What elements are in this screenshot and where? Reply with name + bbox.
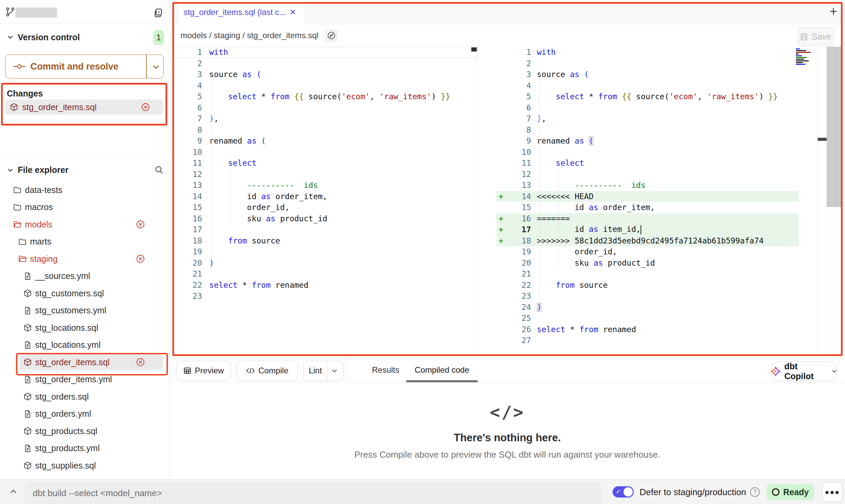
- file-item-stg-orders-sql[interactable]: stg_orders.sql: [0, 389, 170, 404]
- editor-pane-original[interactable]: 1with23source as (45 select * from {{ so…: [172, 47, 477, 302]
- lint-button[interactable]: Lint: [303, 361, 344, 381]
- code-line[interactable]: 15 id as order_item,: [497, 202, 827, 213]
- file-item-models[interactable]: models: [0, 217, 170, 232]
- code-line[interactable]: 15 order_id,: [172, 202, 477, 213]
- code-line[interactable]: 7),: [172, 113, 477, 124]
- code-line[interactable]: 17: [172, 224, 477, 235]
- code-line[interactable]: 21: [172, 268, 477, 280]
- code-line[interactable]: 8: [172, 124, 477, 136]
- file-item-stg-supplies-sql[interactable]: stg_supplies.sql: [0, 458, 170, 473]
- tab-compiled-code[interactable]: Compiled code: [411, 357, 473, 382]
- code-line[interactable]: +16=======: [497, 213, 827, 224]
- ellipsis-icon[interactable]: ●●●: [822, 482, 842, 502]
- preview-button[interactable]: Preview: [176, 361, 231, 381]
- code-line[interactable]: 5 select * from {{ source('ecom', 'raw_i…: [497, 91, 827, 102]
- code-line[interactable]: 26select * from renamed: [497, 324, 827, 335]
- editor-scrollbar[interactable]: [827, 47, 842, 207]
- code-line[interactable]: +14<<<<<<< HEAD: [497, 191, 827, 202]
- code-line[interactable]: 13 ---------- ids: [172, 180, 477, 191]
- code-line[interactable]: 2: [172, 58, 477, 69]
- code-line[interactable]: 3source as (: [172, 69, 477, 80]
- chevron-down-icon[interactable]: [7, 34, 14, 41]
- code-line[interactable]: 11 select: [497, 158, 827, 169]
- code-line[interactable]: 11 select: [172, 158, 477, 169]
- file-item-data-tests[interactable]: data-tests: [0, 182, 170, 198]
- copy-icon[interactable]: [153, 8, 164, 18]
- chevron-down-icon[interactable]: [152, 64, 160, 70]
- file-item-stg-locations-yml[interactable]: stg_locations.yml: [0, 337, 170, 353]
- tab-results[interactable]: Results: [369, 357, 402, 382]
- code-line[interactable]: 23: [172, 291, 477, 302]
- chevron-up-icon[interactable]: [9, 487, 18, 496]
- code-line[interactable]: 22select * from renamed: [172, 280, 477, 291]
- code-line[interactable]: 12: [172, 169, 477, 180]
- save-button[interactable]: Save: [798, 27, 833, 46]
- code-line[interactable]: 13 ---------- ids: [497, 180, 827, 191]
- minimap[interactable]: [796, 48, 814, 69]
- file-item-macros[interactable]: macros: [0, 199, 170, 215]
- code-line[interactable]: 14 id as order_item,: [172, 191, 477, 202]
- code-line[interactable]: 6: [497, 102, 827, 114]
- code-line[interactable]: +17 id as item_id,: [497, 224, 827, 235]
- code-line[interactable]: 4: [497, 80, 827, 91]
- magnifier-icon[interactable]: [154, 165, 164, 175]
- open-in-lineage-button[interactable]: [325, 29, 338, 42]
- changed-file-item[interactable]: stg_order_items.sql: [5, 100, 163, 115]
- code-line[interactable]: 6: [172, 102, 477, 114]
- file-item-stg-order-items-yml[interactable]: stg_order_items.yml: [0, 372, 170, 387]
- file-item--sources-yml[interactable]: __sources.yml: [0, 268, 170, 284]
- code-line[interactable]: 25: [497, 313, 827, 324]
- code-line[interactable]: 21: [497, 268, 827, 280]
- code-line[interactable]: 8: [497, 124, 827, 136]
- file-item-stg-products-yml[interactable]: stg_products.yml: [0, 441, 170, 456]
- code-line[interactable]: 20 sku as product_id: [497, 257, 827, 269]
- close-icon[interactable]: ✕: [289, 8, 296, 17]
- editor-pane-modified[interactable]: 1with23source as (45 select * from {{ so…: [497, 47, 827, 346]
- code-line[interactable]: 10: [172, 147, 477, 158]
- compile-button[interactable]: Compile: [237, 361, 298, 381]
- file-item-stg-orders-yml[interactable]: stg_orders.yml: [0, 406, 170, 422]
- code-line[interactable]: 20): [172, 257, 477, 269]
- circle-x-icon[interactable]: [136, 358, 145, 367]
- code-line[interactable]: 23: [497, 291, 827, 302]
- status-badge[interactable]: Ready: [767, 484, 814, 500]
- circle-x-icon[interactable]: [141, 103, 150, 112]
- file-item-staging[interactable]: staging: [0, 251, 170, 267]
- code-line[interactable]: 16 sku as product_id: [172, 213, 477, 224]
- code-line[interactable]: +18>>>>>>> 58c1dd23d5eebd9cd2495fa7124ab…: [497, 235, 827, 247]
- code-line[interactable]: 3source as (: [497, 69, 827, 80]
- code-line[interactable]: 27: [497, 335, 827, 346]
- code-line[interactable]: 24): [497, 302, 827, 313]
- file-item-stg-products-sql[interactable]: stg_products.sql: [0, 423, 170, 439]
- code-line[interactable]: 9renamed as (: [172, 135, 477, 147]
- code-line[interactable]: 2: [497, 58, 827, 69]
- chevron-down-icon[interactable]: [7, 167, 14, 174]
- code-line[interactable]: 22 from source: [497, 280, 827, 291]
- chevron-down-icon[interactable]: [331, 369, 338, 373]
- code-line[interactable]: 10: [497, 147, 827, 158]
- tab-stg-order-items[interactable]: stg_order_items.sql (last c... ✕: [178, 0, 306, 24]
- circle-x-icon[interactable]: [136, 254, 145, 264]
- code-line[interactable]: 12: [497, 169, 827, 180]
- file-item-marts[interactable]: marts: [0, 234, 170, 250]
- file-item-stg-customers-sql[interactable]: stg_customers.sql: [0, 285, 170, 301]
- code-line[interactable]: 18 from source: [172, 235, 477, 247]
- file-item-stg-order-items-sql[interactable]: stg_order_items.sql: [0, 354, 170, 370]
- defer-toggle[interactable]: ✓: [613, 486, 634, 498]
- code-line[interactable]: 4: [172, 80, 477, 91]
- git-branch-icon[interactable]: [5, 7, 15, 17]
- dbt-copilot-button[interactable]: dbt Copilot: [770, 361, 837, 381]
- code-line[interactable]: 7),: [497, 113, 827, 124]
- code-line[interactable]: 5 select * from {{ source('ecom', 'raw_i…: [172, 91, 477, 102]
- circle-x-icon[interactable]: [136, 220, 145, 229]
- command-input[interactable]: dbt build --select <model_name>: [25, 482, 601, 504]
- code-line[interactable]: 1with: [497, 47, 827, 58]
- code-line[interactable]: 19 order_id,: [497, 246, 827, 257]
- commit-and-resolve-button[interactable]: Commit and resolve: [5, 55, 164, 78]
- code-line[interactable]: 9renamed as (: [497, 135, 827, 147]
- file-item-stg-customers-yml[interactable]: stg_customers.yml: [0, 303, 170, 318]
- code-line[interactable]: 1with: [172, 47, 477, 58]
- new-tab-button[interactable]: +: [830, 4, 837, 19]
- file-item-stg-locations-sql[interactable]: stg_locations.sql: [0, 320, 170, 336]
- question-circle-icon[interactable]: ?: [750, 487, 760, 497]
